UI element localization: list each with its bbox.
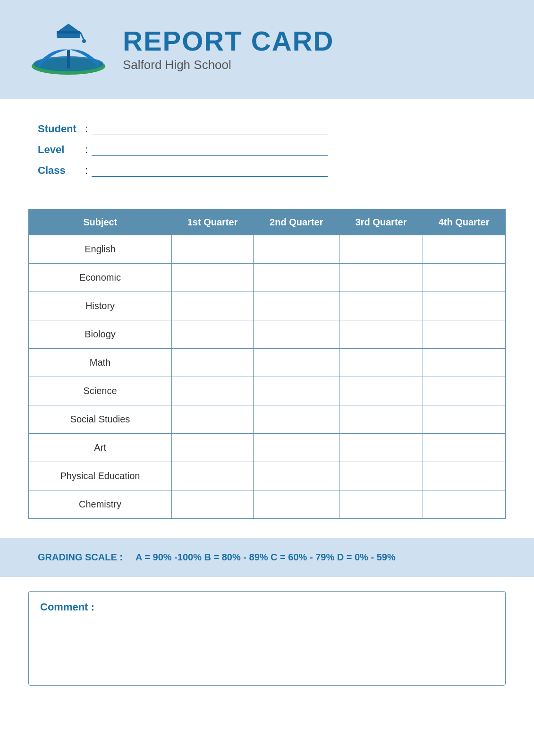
student-colon: :	[85, 123, 88, 135]
comment-section: Comment :	[0, 582, 534, 704]
header-text: REPORT CARD Salford High School	[123, 27, 334, 72]
table-row: Physical Education	[29, 462, 506, 490]
q3-cell[interactable]	[339, 292, 423, 320]
q2-cell[interactable]	[254, 490, 339, 519]
q2-cell[interactable]	[254, 462, 339, 490]
q1-cell[interactable]	[172, 377, 254, 405]
q3-cell[interactable]	[339, 320, 423, 349]
comment-box: Comment :	[28, 591, 506, 686]
comment-label: Comment :	[40, 601, 494, 613]
q2-cell[interactable]	[254, 349, 339, 377]
level-row: Level :	[38, 144, 496, 156]
subject-cell: English	[29, 235, 172, 264]
grading-section: GRADING SCALE : A = 90% -100% B = 80% - …	[0, 538, 534, 577]
table-header-row: Subject 1st Quarter 2nd Quarter 3rd Quar…	[29, 209, 506, 236]
q4-cell[interactable]	[423, 490, 505, 519]
grading-label: GRADING SCALE :	[38, 552, 123, 562]
col-q1: 1st Quarter	[172, 209, 254, 236]
q3-cell[interactable]	[339, 405, 423, 434]
q1-cell[interactable]	[172, 462, 254, 490]
table-row: Science	[29, 377, 506, 405]
q1-cell[interactable]	[172, 320, 254, 349]
grading-scale: A = 90% -100% B = 80% - 89% C = 60% - 79…	[136, 552, 396, 562]
q1-cell[interactable]	[172, 434, 254, 462]
q4-cell[interactable]	[423, 462, 505, 490]
q3-cell[interactable]	[339, 462, 423, 490]
q4-cell[interactable]	[423, 292, 505, 320]
q3-cell[interactable]	[339, 264, 423, 292]
student-input-line[interactable]	[92, 126, 328, 135]
subject-cell: Physical Education	[29, 462, 172, 490]
q4-cell[interactable]	[423, 434, 505, 462]
table-row: Biology	[29, 320, 506, 349]
q2-cell[interactable]	[254, 377, 339, 405]
q4-cell[interactable]	[423, 264, 505, 292]
student-label: Student	[38, 123, 85, 135]
q3-cell[interactable]	[339, 490, 423, 519]
subject-cell: Math	[29, 349, 172, 377]
q4-cell[interactable]	[423, 349, 505, 377]
table-row: Art	[29, 434, 506, 462]
subject-cell: Biology	[29, 320, 172, 349]
subject-cell: Science	[29, 377, 172, 405]
table-row: History	[29, 292, 506, 320]
q4-cell[interactable]	[423, 377, 505, 405]
q3-cell[interactable]	[339, 235, 423, 264]
col-q3: 3rd Quarter	[339, 209, 423, 236]
level-label: Level	[38, 144, 85, 156]
q4-cell[interactable]	[423, 320, 505, 349]
info-section: Student : Level : Class :	[0, 99, 534, 199]
table-row: Math	[29, 349, 506, 377]
q2-cell[interactable]	[254, 405, 339, 434]
svg-rect-2	[67, 50, 70, 69]
table-row: English	[29, 235, 506, 264]
q2-cell[interactable]	[254, 320, 339, 349]
q3-cell[interactable]	[339, 349, 423, 377]
school-name: Salford High School	[123, 58, 334, 72]
q4-cell[interactable]	[423, 405, 505, 434]
col-subject: Subject	[29, 209, 172, 236]
q2-cell[interactable]	[254, 264, 339, 292]
subject-cell: Art	[29, 434, 172, 462]
q1-cell[interactable]	[172, 405, 254, 434]
logo	[28, 19, 109, 80]
level-colon: :	[85, 144, 88, 156]
class-label: Class	[38, 164, 85, 177]
subject-cell: Chemistry	[29, 490, 172, 519]
q1-cell[interactable]	[172, 490, 254, 519]
svg-rect-5	[57, 31, 80, 34]
header-section: REPORT CARD Salford High School	[0, 0, 534, 99]
grades-table: Subject 1st Quarter 2nd Quarter 3rd Quar…	[28, 209, 506, 519]
q2-cell[interactable]	[254, 235, 339, 264]
table-row: Chemistry	[29, 490, 506, 519]
class-colon: :	[85, 164, 88, 177]
col-q2: 2nd Quarter	[254, 209, 339, 236]
class-input-line[interactable]	[92, 167, 328, 177]
level-input-line[interactable]	[92, 146, 328, 156]
subject-cell: History	[29, 292, 172, 320]
class-row: Class :	[38, 164, 496, 177]
svg-point-7	[82, 39, 86, 43]
q3-cell[interactable]	[339, 434, 423, 462]
q1-cell[interactable]	[172, 264, 254, 292]
table-row: Social Studies	[29, 405, 506, 434]
q2-cell[interactable]	[254, 292, 339, 320]
table-section: Subject 1st Quarter 2nd Quarter 3rd Quar…	[0, 199, 534, 533]
q4-cell[interactable]	[423, 235, 505, 264]
student-row: Student :	[38, 123, 496, 135]
col-q4: 4th Quarter	[423, 209, 505, 236]
q3-cell[interactable]	[339, 377, 423, 405]
q2-cell[interactable]	[254, 434, 339, 462]
svg-line-6	[80, 32, 84, 40]
report-card-title: REPORT CARD	[123, 27, 334, 55]
table-row: Economic	[29, 264, 506, 292]
subject-cell: Economic	[29, 264, 172, 292]
q1-cell[interactable]	[172, 349, 254, 377]
q1-cell[interactable]	[172, 235, 254, 264]
q1-cell[interactable]	[172, 292, 254, 320]
subject-cell: Social Studies	[29, 405, 172, 434]
